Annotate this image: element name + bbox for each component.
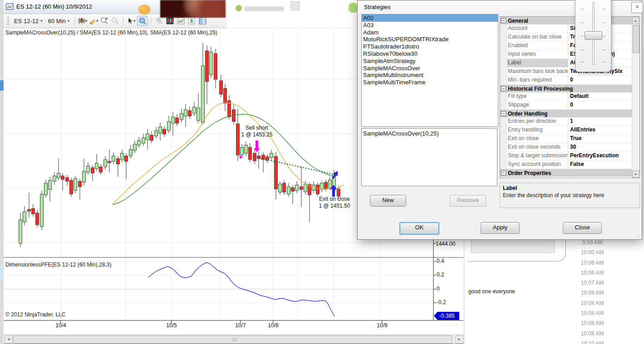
strategy-list-item[interactable]: SampleAtmStrategy <box>362 58 498 65</box>
date-tick-label: 10/9 <box>371 322 393 329</box>
property-row[interactable]: Stop & target submissionPerEntryExecutio… <box>500 152 633 160</box>
scrollbar-thumb[interactable] <box>633 25 639 53</box>
date-tick-label: 10/4 <box>49 322 72 329</box>
candle-body <box>129 150 133 156</box>
property-row[interactable]: Calculate on bar closeTrue <box>500 33 633 42</box>
remove-button[interactable]: Remove <box>450 195 486 207</box>
property-value[interactable]: 30 <box>568 143 633 151</box>
collapse-icon[interactable]: − <box>501 86 506 91</box>
property-row[interactable]: Exit on closeTrue <box>500 135 633 143</box>
candle-body <box>70 180 73 194</box>
scrollbar-thumb[interactable] <box>13 335 452 344</box>
strategy-list-item[interactable]: SampleMACrossOver <box>362 65 498 72</box>
property-row[interactable]: EnabledFalse <box>500 42 633 50</box>
strategy-list-item[interactable]: PTSautotrader1distro <box>362 43 498 50</box>
sell-annotation-line2: 1 @ 1453.25 <box>229 131 285 138</box>
property-grid-scrollbar[interactable]: ▲ ▼ <box>632 17 639 178</box>
property-value[interactable]: 1 <box>568 117 633 126</box>
property-group-header[interactable]: −Order Properties <box>500 169 633 177</box>
property-value[interactable]: True <box>568 135 633 143</box>
scroll-down-button[interactable]: ▼ <box>632 170 639 178</box>
slider-handle[interactable] <box>585 31 602 40</box>
property-value[interactable]: AllEntries <box>568 126 633 134</box>
candle-body <box>249 147 252 160</box>
candle-body <box>202 66 205 122</box>
ok-button[interactable]: OK <box>399 222 439 235</box>
property-value[interactable]: by strategy <box>568 177 633 178</box>
property-row[interactable]: Set order quantityby strategy <box>500 177 633 178</box>
chat-timestamp: 10:06 AM <box>563 268 622 278</box>
apply-button[interactable]: Apply <box>481 222 520 234</box>
property-row[interactable]: Input seriesES 12-12 (60 Min) <box>500 50 633 59</box>
candle-body <box>95 163 98 169</box>
candle-body <box>316 185 320 194</box>
close-button[interactable]: Close <box>563 222 602 234</box>
property-value[interactable]: 0 <box>568 101 633 109</box>
strategy-list-item[interactable]: RSIabove70below30 <box>362 50 498 58</box>
row-gutter <box>500 59 507 67</box>
screen: { "icons": { "dropdown": "▾", "close": "… <box>0 0 644 344</box>
candle-body <box>159 127 162 133</box>
scroll-left-button[interactable]: ◄ <box>5 335 13 344</box>
property-row[interactable]: Entries per direction1 <box>500 117 633 126</box>
chat-message: good one everyone <box>468 288 515 295</box>
strategy-list[interactable]: A02A03AdamMotoRickSUPERDOMTRIXtradePTSau… <box>361 14 498 127</box>
property-row[interactable]: LabelA02 <box>500 59 633 68</box>
scroll-right-button[interactable]: ► <box>455 335 463 344</box>
property-row[interactable]: Entry handlingAllEntries <box>500 126 633 135</box>
candle-body <box>193 107 196 113</box>
property-row[interactable]: Slippage0 <box>500 101 633 110</box>
property-group-header[interactable]: −General <box>500 17 633 24</box>
exit-annotation-line1: Exit on close <box>306 196 363 203</box>
chat-timestamp: 10:08 AM <box>563 318 622 328</box>
property-group-header[interactable]: −Historical Fill Processing <box>500 85 633 92</box>
candle-body <box>138 141 141 145</box>
strategy-list-item[interactable]: SampleMultiInstrument <box>362 72 498 79</box>
dialog-resize-grip[interactable]: ⋰ <box>636 234 641 239</box>
candle-body <box>87 166 90 172</box>
exit-annotation: Exit on close 1 @ 1451.50 <box>306 196 363 209</box>
candle-body <box>40 194 44 227</box>
property-row[interactable]: Exit on close seconds30 <box>500 143 633 152</box>
strategy-list-item[interactable]: Adam <box>362 29 498 36</box>
property-label: Label <box>507 59 568 67</box>
collapse-icon[interactable]: − <box>501 111 506 116</box>
indicator-tick-label: 0.4 <box>437 258 444 264</box>
dialog-title: Strategies <box>364 4 391 10</box>
collapse-icon[interactable]: − <box>501 170 506 175</box>
candle-body <box>49 180 52 189</box>
row-gutter <box>500 76 507 84</box>
property-row[interactable]: Min. bars required0 <box>500 76 633 85</box>
strategy-list-item[interactable]: SampleMultiTimeFrame <box>362 79 498 86</box>
chat-input-field[interactable]: ⋰ <box>471 239 555 253</box>
row-gutter <box>500 33 507 41</box>
strategy-list-item[interactable]: A03 <box>362 22 498 29</box>
property-label: Exit on close <box>507 135 568 143</box>
new-button[interactable]: New <box>370 195 406 207</box>
chart-hscrollbar[interactable]: ◄ ► <box>4 334 463 344</box>
candle-body <box>210 52 213 75</box>
row-gutter <box>500 152 507 160</box>
strategy-list-item[interactable]: MotoRickSUPERDOMTRIXtrade <box>362 36 498 43</box>
property-row[interactable]: Maximum bars look backTwoHundredFiftySix <box>500 68 633 76</box>
property-row[interactable]: Sync account positionFalse <box>500 160 633 169</box>
chat-timestamp-list: 9:59 AM10:00 AM10:06 AM10:06 AM10:07 AM1… <box>563 237 622 344</box>
row-gutter <box>500 50 507 58</box>
dialog-close-button[interactable]: ✕ <box>631 2 643 13</box>
candle-body <box>270 153 273 158</box>
strategy-list-item[interactable]: A02 <box>362 15 498 22</box>
scroll-up-button[interactable]: ▲ <box>632 17 639 24</box>
property-value[interactable]: PerEntryExecution <box>568 152 633 160</box>
candle-body <box>188 111 192 116</box>
property-value[interactable]: Default <box>568 92 633 101</box>
property-row[interactable]: Fill typeDefault <box>500 92 633 101</box>
resize-grip-icon[interactable]: ⋰ <box>548 247 553 252</box>
property-value[interactable]: False <box>568 160 633 169</box>
candle-body <box>206 51 209 82</box>
candle-body <box>57 173 60 178</box>
collapse-icon[interactable]: − <box>501 18 506 23</box>
property-row[interactable]: AccountSim101 <box>500 24 633 33</box>
candle-body <box>121 153 124 160</box>
property-value[interactable]: 0 <box>568 76 633 84</box>
property-group-header[interactable]: −Order Handling <box>500 110 633 117</box>
